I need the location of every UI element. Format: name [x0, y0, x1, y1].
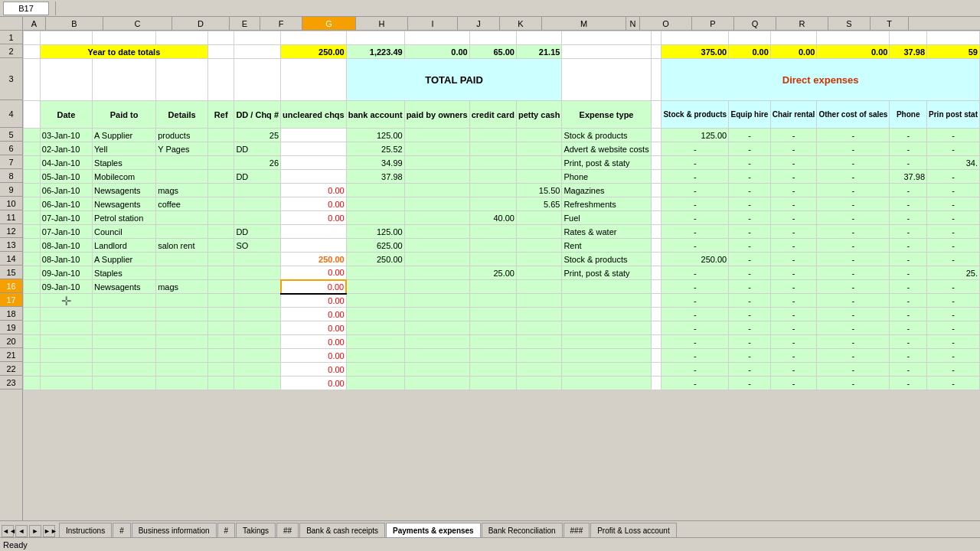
cell-e23[interactable] — [208, 377, 234, 390]
cell-m20[interactable] — [562, 335, 651, 349]
cell-i23[interactable] — [404, 377, 469, 390]
cell-m22[interactable] — [562, 363, 651, 377]
cell-j22[interactable] — [469, 363, 516, 377]
cell-d12[interactable] — [156, 225, 208, 239]
cell-i16[interactable] — [404, 280, 469, 294]
cell-e15[interactable] — [208, 266, 234, 280]
col-header-n[interactable]: N — [626, 17, 640, 30]
cell-t1[interactable] — [927, 31, 980, 45]
cell-s20[interactable]: - — [890, 335, 927, 349]
cell-a7[interactable] — [24, 156, 41, 170]
cell-a1[interactable] — [24, 31, 41, 45]
cell-h18[interactable] — [346, 308, 404, 321]
cell-g5[interactable] — [281, 129, 347, 142]
cell-e7[interactable] — [208, 156, 234, 170]
tab-hash-4[interactable]: ### — [564, 523, 590, 537]
cell-t7[interactable]: 34. — [927, 156, 980, 170]
cell-i11[interactable] — [404, 211, 469, 225]
cell-i12[interactable] — [404, 225, 469, 239]
cell-j15[interactable]: 25.00 — [469, 266, 516, 280]
name-box[interactable] — [3, 2, 49, 15]
cell-s17[interactable]: - — [890, 294, 927, 308]
cell-h19[interactable] — [346, 321, 404, 335]
col-header-j[interactable]: J — [458, 17, 500, 30]
cell-f3[interactable] — [234, 59, 281, 101]
cell-t22[interactable]: - — [927, 363, 980, 377]
cell-m15[interactable]: Print, post & staty — [562, 266, 651, 280]
cell-s15[interactable]: - — [890, 266, 927, 280]
cell-e9[interactable] — [208, 184, 234, 197]
cell-q23[interactable]: - — [770, 377, 817, 390]
row-header-6[interactable]: 6 — [0, 142, 22, 155]
cell-k10[interactable]: 5.65 — [516, 197, 561, 211]
cell-i2[interactable]: 0.00 — [404, 45, 469, 59]
cell-c11[interactable]: Petrol station — [93, 211, 156, 225]
cell-m19[interactable] — [562, 321, 651, 335]
cell-k5[interactable] — [516, 129, 561, 142]
cell-f19[interactable] — [234, 321, 281, 335]
cell-s12[interactable]: - — [890, 225, 927, 239]
cell-r22[interactable]: - — [817, 363, 890, 377]
cell-g8[interactable] — [281, 170, 347, 184]
tab-bank-cash[interactable]: Bank & cash receipts — [299, 523, 385, 537]
cell-f17[interactable] — [234, 294, 281, 308]
cell-d21[interactable] — [156, 349, 208, 363]
cell-j16[interactable] — [469, 280, 516, 294]
cell-p17[interactable]: - — [729, 294, 771, 308]
cell-e22[interactable] — [208, 363, 234, 377]
cell-o17[interactable]: - — [662, 294, 729, 308]
cell-d1[interactable] — [156, 31, 208, 45]
cell-e5[interactable] — [208, 129, 234, 142]
cell-d3[interactable] — [156, 59, 208, 101]
cell-k11[interactable] — [516, 211, 561, 225]
cell-o2[interactable]: 375.00 — [662, 45, 729, 59]
cell-e13[interactable] — [208, 239, 234, 253]
cell-e16[interactable] — [208, 280, 234, 294]
cell-d14[interactable] — [156, 253, 208, 266]
cell-p23[interactable]: - — [729, 377, 771, 390]
row-header-21[interactable]: 21 — [0, 348, 22, 362]
cell-p16[interactable]: - — [729, 280, 771, 294]
cell-o23[interactable]: - — [662, 377, 729, 390]
cell-c1[interactable] — [93, 31, 156, 45]
cell-s1[interactable] — [890, 31, 927, 45]
cell-a20[interactable] — [24, 335, 41, 349]
cell-n6[interactable] — [651, 142, 662, 156]
cell-r7[interactable]: - — [817, 156, 890, 170]
cell-r19[interactable]: - — [817, 321, 890, 335]
cell-a22[interactable] — [24, 363, 41, 377]
cell-g10[interactable]: 0.00 — [281, 197, 347, 211]
cell-b23[interactable] — [40, 377, 92, 390]
cell-a3[interactable] — [24, 59, 41, 101]
cell-j6[interactable] — [469, 142, 516, 156]
cell-b19[interactable] — [40, 321, 92, 335]
cell-i21[interactable] — [404, 349, 469, 363]
cell-s18[interactable]: - — [890, 308, 927, 321]
col-header-a[interactable]: A — [23, 17, 46, 30]
cell-d18[interactable] — [156, 308, 208, 321]
cell-s14[interactable]: - — [890, 253, 927, 266]
cell-m17[interactable] — [562, 294, 651, 308]
cell-e21[interactable] — [208, 349, 234, 363]
cell-a12[interactable] — [24, 225, 41, 239]
cell-p14[interactable]: - — [729, 253, 771, 266]
cell-n20[interactable] — [651, 335, 662, 349]
cell-a9[interactable] — [24, 184, 41, 197]
cell-c6[interactable]: Yell — [93, 142, 156, 156]
cell-c13[interactable]: Landlord — [93, 239, 156, 253]
cell-f2[interactable] — [234, 45, 281, 59]
cell-t20[interactable]: - — [927, 335, 980, 349]
cell-p12[interactable]: - — [729, 225, 771, 239]
tab-bank-recon[interactable]: Bank Reconciliation — [482, 523, 563, 537]
cell-m23[interactable] — [562, 377, 651, 390]
cell-o8[interactable]: - — [662, 170, 729, 184]
col-header-c[interactable]: C — [103, 17, 172, 30]
row-header-2[interactable]: 2 — [0, 44, 22, 58]
cell-a15[interactable] — [24, 266, 41, 280]
cell-b7[interactable]: 04-Jan-10 — [40, 156, 92, 170]
cell-m10[interactable]: Refreshments — [562, 197, 651, 211]
tab-hash-1[interactable]: # — [113, 523, 131, 537]
row-header-20[interactable]: 20 — [0, 334, 22, 348]
cell-h7[interactable]: 34.99 — [346, 156, 404, 170]
col-header-b[interactable]: B — [46, 17, 103, 30]
